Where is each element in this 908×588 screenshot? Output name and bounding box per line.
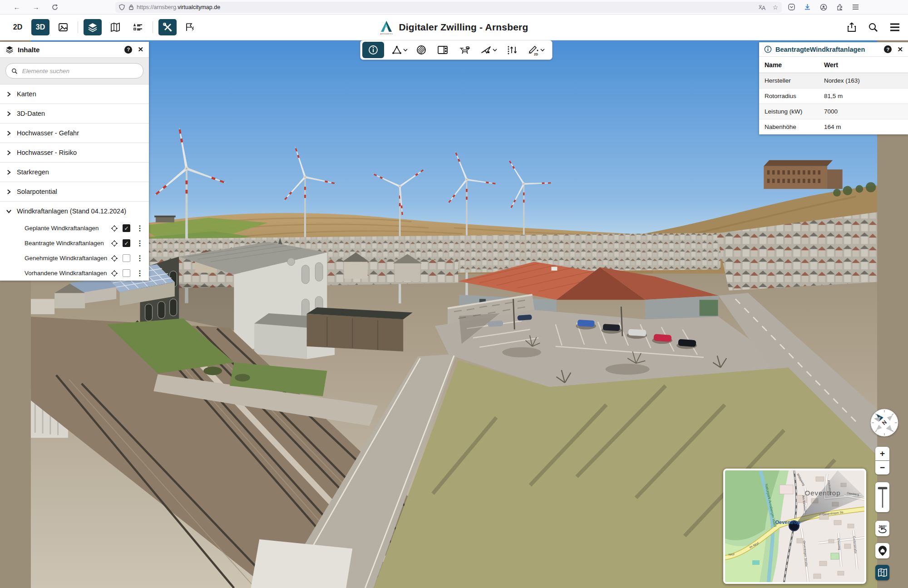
url-bar[interactable]: https://arnsberg.virtualcitymap.de ẌA ☆ xyxy=(115,2,782,13)
compass[interactable]: N xyxy=(870,408,899,439)
help-icon[interactable]: ? xyxy=(884,45,892,53)
measure-area-button[interactable] xyxy=(389,42,410,58)
panel-title: Inhalte xyxy=(18,46,124,54)
mode-2d-button[interactable]: 2D xyxy=(9,19,27,35)
bookmark-star-icon[interactable]: ☆ xyxy=(772,4,778,11)
garage-shed xyxy=(307,307,413,351)
manor-house xyxy=(154,216,176,222)
layer-menu-icon[interactable]: ⋮ xyxy=(136,225,143,232)
chevron-right-icon xyxy=(6,189,11,194)
table-row: HerstellerNordex (163) xyxy=(759,73,908,89)
tilt-slider[interactable] xyxy=(875,482,889,512)
app-logo: ARNSBERG xyxy=(380,20,393,35)
back-icon[interactable]: ← xyxy=(10,2,24,13)
split-view-button[interactable] xyxy=(434,42,451,58)
feature-info-button[interactable] xyxy=(362,42,384,58)
search-icon[interactable] xyxy=(868,22,878,32)
app-toolbar: 2D 3D ARNSBERG Digitaler Zwilling - Arns… xyxy=(0,15,908,40)
flight-path-button[interactable] xyxy=(478,42,499,58)
zoom-to-icon[interactable] xyxy=(111,255,118,262)
pocket-icon[interactable] xyxy=(788,4,795,10)
minimap-town-label: Oeventrop xyxy=(804,489,840,497)
sidebar-item-windkraftanlagen[interactable]: Windkraftanlagen (Stand 04.12.2024) xyxy=(0,202,149,221)
search-icon xyxy=(11,68,18,74)
account-icon[interactable] xyxy=(820,4,827,11)
chevron-right-icon xyxy=(6,170,11,175)
close-icon[interactable]: ✕ xyxy=(897,45,903,54)
layer-row-geplante[interactable]: Geplante Windkraftanlagen ✓ ⋮ xyxy=(0,221,149,236)
home-view-button[interactable] xyxy=(875,543,889,558)
table-row: Nabenhöhe164 m xyxy=(759,119,908,134)
layer-row-beantragte[interactable]: Beantragte Windkraftanlagen ✓ ⋮ xyxy=(0,236,149,251)
map-button[interactable] xyxy=(106,19,124,35)
rotate-360-button[interactable]: 360° xyxy=(875,521,889,536)
minimap-station-label: Oeventrop xyxy=(775,519,800,525)
translate-icon[interactable]: ẌA xyxy=(759,4,766,10)
chevron-down-icon xyxy=(6,209,11,214)
pen-2d-icon: 2D xyxy=(527,44,540,56)
minimap[interactable]: Oeventrop Oeventrop Naturpark Arnsberger… xyxy=(723,469,866,584)
flag-lightning-icon xyxy=(185,22,196,32)
image-icon xyxy=(58,22,68,32)
table-row: Leistung (kW)7000 xyxy=(759,104,908,119)
sidebar-item-solarpotential[interactable]: Solarpotential xyxy=(0,182,149,202)
flight-button[interactable] xyxy=(181,19,199,35)
browser-toolbar: ← → https://arnsberg.virtualcitymap.de Ẍ… xyxy=(0,0,908,15)
layers-button[interactable] xyxy=(84,19,102,35)
browser-menu-icon[interactable] xyxy=(852,4,859,10)
layer-menu-icon[interactable]: ⋮ xyxy=(136,255,143,262)
layer-row-vorhandene[interactable]: Vorhandene Windkraftanlagen ⋮ xyxy=(0,266,149,281)
forward-icon[interactable]: → xyxy=(29,2,43,13)
sidebar-item-karten[interactable]: Karten xyxy=(0,84,149,104)
feature-info-header: BeantragteWindkraftanlagen ? ✕ xyxy=(759,42,908,57)
layers-icon xyxy=(88,22,98,32)
share-icon[interactable] xyxy=(847,22,856,32)
search-input[interactable] xyxy=(21,67,138,75)
zoom-to-icon[interactable] xyxy=(111,240,118,247)
measure-2d-button[interactable]: 2D xyxy=(525,42,547,58)
app-menu-icon[interactable] xyxy=(890,23,900,31)
tools-icon xyxy=(163,22,173,32)
folded-map-icon xyxy=(110,22,120,32)
map-toolbar: 2D xyxy=(360,40,553,60)
help-icon[interactable]: ? xyxy=(124,46,132,54)
zoom-out-button[interactable]: − xyxy=(875,461,889,474)
layer-checkbox[interactable]: ✓ xyxy=(123,224,130,232)
layer-menu-icon[interactable]: ⋮ xyxy=(136,240,143,247)
panel-title: BeantragteWindkraftanlagen xyxy=(775,46,884,53)
sidebar-item-hochwasser-gefahr[interactable]: Hochwasser - Gefahr xyxy=(0,124,149,143)
legend-icon xyxy=(133,22,143,32)
sidebar-item-starkregen[interactable]: Starkregen xyxy=(0,163,149,182)
split-view-icon xyxy=(437,44,449,55)
reload-icon[interactable] xyxy=(48,2,62,13)
close-icon[interactable]: ✕ xyxy=(138,45,143,54)
tools-button[interactable] xyxy=(158,19,177,35)
transform-button[interactable] xyxy=(504,42,520,58)
sidebar-item-3d-daten[interactable]: 3D-Daten xyxy=(0,104,149,124)
layer-menu-icon[interactable]: ⋮ xyxy=(136,270,143,277)
search-area xyxy=(0,58,149,84)
rotate-360-icon: 360° xyxy=(877,523,888,534)
zoom-in-button[interactable]: + xyxy=(875,447,889,460)
chevron-down-icon xyxy=(493,48,497,52)
layer-checkbox[interactable] xyxy=(123,254,130,262)
sidebar-item-hochwasser-risiko[interactable]: Hochwasser - Risiko xyxy=(0,143,149,163)
table-row: Rotorradius81,5 m xyxy=(759,89,908,104)
extension-icon[interactable] xyxy=(836,4,843,10)
mode-3d-button[interactable]: 3D xyxy=(31,19,49,35)
contents-panel-header: Inhalte ? ✕ xyxy=(0,42,149,58)
layer-row-genehmigte[interactable]: Genehmigte Windkraftanlagen ⋮ xyxy=(0,251,149,266)
layer-checkbox[interactable] xyxy=(123,269,130,277)
table-header: Name Wert xyxy=(759,57,908,73)
download-icon[interactable] xyxy=(804,4,811,10)
legend-button[interactable] xyxy=(129,19,147,35)
zoom-to-icon[interactable] xyxy=(111,270,118,277)
zoom-to-icon[interactable] xyxy=(111,225,118,232)
search-box[interactable] xyxy=(5,63,143,79)
oblique-image-button[interactable] xyxy=(54,19,72,35)
shadow-button[interactable] xyxy=(414,42,429,58)
overview-map-button[interactable] xyxy=(875,565,889,580)
drone-button[interactable] xyxy=(456,42,474,58)
layer-checkbox[interactable]: ✓ xyxy=(123,239,130,247)
url-text: https://arnsberg.virtualcitymap.de xyxy=(137,4,220,10)
